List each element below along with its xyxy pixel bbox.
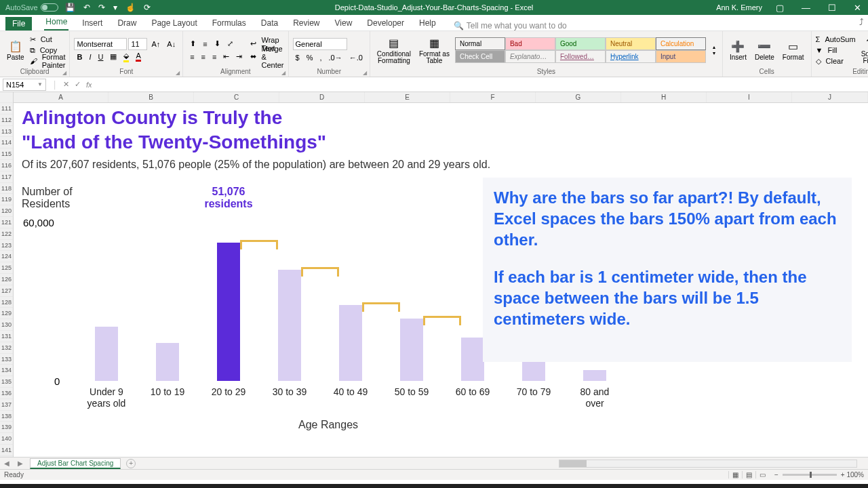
increase-decimal-icon[interactable]: .0→ [326, 52, 344, 63]
formula-input[interactable] [92, 79, 868, 91]
style-calculation[interactable]: Calculation [656, 37, 706, 50]
column-header[interactable]: E [365, 92, 450, 102]
tab-draw[interactable]: Draw [116, 16, 138, 30]
row-header[interactable]: 129 [0, 308, 13, 319]
number-format-select[interactable]: General [293, 38, 347, 50]
column-header[interactable]: B [108, 92, 194, 102]
column-header[interactable]: I [707, 92, 792, 102]
tab-developer[interactable]: Developer [366, 16, 406, 30]
row-header[interactable]: 114 [0, 137, 13, 148]
style-neutral[interactable]: Neutral [606, 37, 656, 50]
column-header[interactable]: H [621, 92, 707, 102]
insert-cells-button[interactable]: ➕Insert [727, 39, 749, 62]
tab-view[interactable]: View [334, 16, 354, 30]
font-name-select[interactable]: Montserrat [74, 38, 127, 50]
row-header[interactable]: 119 [0, 194, 13, 205]
orientation-icon[interactable]: ⤢ [224, 38, 236, 49]
decrease-font-icon[interactable]: A↓ [164, 39, 178, 49]
column-header[interactable]: D [279, 92, 365, 102]
row-header[interactable]: 112 [0, 115, 13, 126]
row-header[interactable]: 128 [0, 297, 13, 308]
tab-data[interactable]: Data [260, 16, 279, 30]
italic-button[interactable]: I [86, 52, 94, 62]
zoom-out-icon[interactable]: − [774, 471, 778, 479]
explanation-textbox[interactable]: Why are the bars so far apart?! By defau… [483, 178, 852, 362]
column-headers[interactable]: ABCDEFGHIJ [14, 92, 868, 103]
autosave-toggle[interactable]: AutoSave [5, 3, 58, 12]
delete-cells-button[interactable]: ➖Delete [752, 39, 777, 62]
enter-formula-icon[interactable]: ✓ [75, 80, 81, 89]
user-name[interactable]: Ann K. Emery [716, 3, 762, 12]
chart-bar[interactable] [400, 319, 423, 381]
tab-nav-next-icon[interactable]: ▶ [14, 460, 27, 467]
horizontal-scrollbar[interactable] [559, 460, 857, 468]
style-followed[interactable]: Followed… [555, 50, 606, 63]
cell-canvas[interactable]: Arlington County is Truly the "Land of t… [14, 103, 868, 457]
zoom-slider[interactable] [783, 474, 837, 476]
chart-bar[interactable] [95, 327, 118, 381]
align-top-icon[interactable]: ⬆ [187, 38, 199, 49]
column-header[interactable]: F [450, 92, 536, 102]
format-painter-button[interactable]: 🖌 Format Painter [30, 56, 66, 66]
tab-help[interactable]: Help [418, 16, 437, 30]
save-icon[interactable]: 💾 [65, 3, 75, 12]
tab-review[interactable]: Review [292, 16, 321, 30]
bold-button[interactable]: B [74, 52, 85, 62]
align-right-icon[interactable]: ≡ [210, 52, 219, 62]
row-header[interactable]: 127 [0, 285, 13, 297]
add-sheet-button[interactable]: + [126, 459, 136, 468]
redo-icon[interactable]: ↷ [98, 3, 105, 12]
row-header[interactable]: 137 [0, 399, 13, 411]
column-header[interactable]: C [194, 92, 279, 102]
styles-more-icon[interactable]: ▴▾ [710, 43, 718, 58]
align-left-icon[interactable]: ≡ [187, 52, 197, 62]
chart-bar[interactable] [583, 370, 606, 381]
ribbon-display-icon[interactable]: ▢ [772, 3, 788, 13]
font-size-select[interactable]: 11 [128, 38, 147, 50]
undo-icon[interactable]: ↶ [83, 3, 90, 12]
conditional-formatting-button[interactable]: ▤Conditional Formatting [374, 35, 414, 66]
row-header[interactable]: 121 [0, 217, 13, 228]
row-header[interactable]: 131 [0, 331, 13, 342]
row-header[interactable]: 130 [0, 319, 13, 331]
sort-filter-button[interactable]: ⇅Sort & Filter [859, 35, 868, 66]
align-center-icon[interactable]: ≡ [199, 52, 208, 62]
border-button[interactable]: ▦ [107, 51, 119, 62]
sheet-tab-active[interactable]: Adjust Bar Chart Spacing [30, 458, 121, 469]
worksheet-area[interactable]: 1111121131141151161171181191201211221231… [0, 92, 868, 457]
chart-bar[interactable] [217, 243, 240, 381]
dialog-launcher-icon[interactable]: ◢ [363, 70, 367, 76]
chart-bar[interactable] [339, 305, 362, 381]
increase-font-icon[interactable]: A↑ [149, 39, 163, 49]
row-header[interactable]: 111 [0, 103, 13, 115]
style-hyperlink[interactable]: Hyperlink [606, 50, 656, 63]
row-header[interactable]: 124 [0, 251, 13, 262]
row-header[interactable]: 120 [0, 205, 13, 217]
tab-home[interactable]: Home [44, 15, 68, 30]
format-cells-button[interactable]: ▭Format [780, 39, 807, 62]
tell-me-search[interactable]: 🔍 Tell me what you want to do [454, 21, 567, 30]
tab-file[interactable]: File [5, 17, 32, 30]
cut-button[interactable]: ✂ Cut [30, 34, 66, 45]
style-check-cell[interactable]: Check Cell [455, 50, 505, 63]
row-header[interactable]: 138 [0, 411, 13, 422]
chart-bar[interactable] [461, 338, 484, 381]
zoom-control[interactable]: − + 100% [774, 471, 864, 479]
percent-icon[interactable]: % [304, 52, 316, 63]
chart-bar[interactable] [156, 343, 179, 381]
name-box[interactable]: N154▼ [3, 79, 46, 91]
currency-icon[interactable]: $ [293, 52, 302, 63]
row-header[interactable]: 135 [0, 376, 13, 388]
decrease-indent-icon[interactable]: ⇤ [220, 51, 232, 62]
row-header[interactable]: 113 [0, 126, 13, 138]
maximize-icon[interactable]: ☐ [824, 3, 840, 13]
comma-icon[interactable]: , [317, 52, 324, 63]
chart-bar[interactable] [522, 362, 545, 381]
qat-more-icon[interactable]: ▾ [113, 3, 117, 12]
column-header[interactable]: A [14, 92, 108, 102]
tab-page-layout[interactable]: Page Layout [150, 16, 198, 30]
toggle-off-icon[interactable] [41, 3, 58, 12]
dialog-launcher-icon[interactable]: ◢ [62, 70, 66, 76]
row-header[interactable]: 115 [0, 148, 13, 160]
qat-refresh-icon[interactable]: ⟳ [144, 3, 151, 12]
